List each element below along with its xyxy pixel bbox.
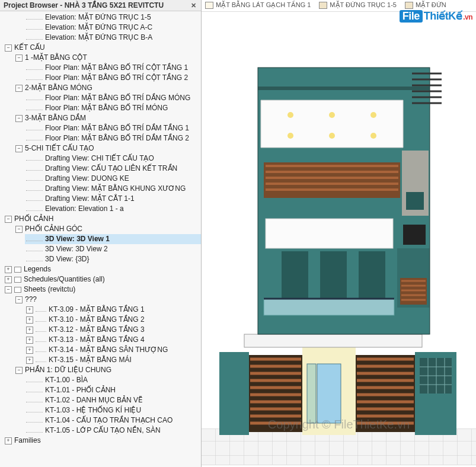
expand-icon[interactable]: + xyxy=(5,266,12,273)
tree-item[interactable]: Drafting View: CHI TIẾT CẤU TẠO xyxy=(25,153,201,164)
expand-icon[interactable]: + xyxy=(26,316,33,324)
tree-item[interactable]: KT-1.02 - DANH MỤC BẢN VẼ xyxy=(25,395,201,405)
view-tab[interactable]: MẶT ĐỨN xyxy=(405,1,446,9)
expand-icon[interactable]: + xyxy=(26,306,33,314)
svg-point-64 xyxy=(370,112,376,118)
tree-group[interactable]: −2-MẶT BẰNG MÓNG xyxy=(14,83,201,93)
tree-item[interactable]: Drafting View: MẶT BẰNG KHUNG XƯƠNG xyxy=(25,184,201,194)
project-browser-title: Project Browser - NHÀ 3 TẦNG 5X21 REVITC… xyxy=(4,1,164,9)
tree-item[interactable]: 3D View: 3D View 2 xyxy=(25,244,201,254)
tree-item[interactable]: KT-1.05 - LỚP CẤU TẠO NỀN, SÀN xyxy=(25,426,201,436)
schedules-icon xyxy=(14,277,21,283)
tree-item[interactable]: Floor Plan: MẶT BẰNG BỐ TRÍ CỘT TẦNG 2 xyxy=(25,73,201,83)
collapse-icon[interactable]: − xyxy=(15,145,23,152)
tree-item[interactable]: KT-1.01 - PHỐI CẢNH xyxy=(25,385,201,395)
tree-item[interactable]: Floor Plan: MẶT BẰNG BỐ TRÍ DẦM TẦNG 1 xyxy=(25,123,201,133)
svg-rect-37 xyxy=(244,334,422,347)
project-browser-panel: Project Browser - NHÀ 3 TẦNG 5X21 REVITC… xyxy=(0,0,202,467)
tree-group-schedules[interactable]: +Schedules/Quantities (all) xyxy=(4,274,201,284)
svg-rect-53 xyxy=(264,162,400,198)
collapse-icon[interactable]: − xyxy=(5,286,12,293)
tree-item[interactable]: +KT-3.09 - MẶT BẰNG TẦNG 1 xyxy=(25,305,201,315)
expand-icon[interactable]: + xyxy=(26,327,33,334)
svg-point-66 xyxy=(329,133,335,139)
svg-rect-41 xyxy=(359,251,385,299)
svg-rect-68 xyxy=(258,68,430,89)
collapse-icon[interactable]: − xyxy=(5,44,12,52)
tree-item[interactable]: +KT-3.13 - MẶT BẰNG TẦNG 4 xyxy=(25,335,201,345)
legends-icon xyxy=(14,267,21,273)
tree-item[interactable]: Elevation: Elevation 1 - a xyxy=(25,204,201,214)
sheet-icon xyxy=(205,2,213,9)
tree-item[interactable]: Elevation: MẶT ĐỨNG TRỤC 1-5 xyxy=(25,12,201,23)
tree-group[interactable]: −??? xyxy=(14,295,201,305)
tree-group[interactable]: −PHỐI CẢNH GÓC xyxy=(14,224,201,234)
tree-group-families[interactable]: +Families xyxy=(4,436,201,446)
tree-item[interactable]: +KT-3.14 - MẶT BẰNG SÂN THƯỢNG xyxy=(25,345,201,355)
tree-item[interactable]: KT-1.00 - BÌA xyxy=(25,375,201,385)
view-tab[interactable]: MẶT BẰNG LÁT GẠCH TẦNG 1 xyxy=(205,1,311,9)
tree-item[interactable]: Floor Plan: MẶT BẰNG BỐ TRÍ CỘT TẦNG 1 xyxy=(25,63,201,73)
tree-item[interactable]: +KT-3.12 - MẶT BẰNG TẦNG 3 xyxy=(25,325,201,335)
tree-item[interactable]: KT-1.03 - HỆ THỐNG KÍ HIỆU xyxy=(25,405,201,415)
project-browser-header: Project Browser - NHÀ 3 TẦNG 5X21 REVITC… xyxy=(0,0,201,11)
tree-item[interactable]: Drafting View: DUONG KE xyxy=(25,174,201,184)
svg-rect-50 xyxy=(264,299,394,315)
collapse-icon[interactable]: − xyxy=(15,226,23,233)
svg-rect-69 xyxy=(258,87,430,90)
tree-group[interactable]: −PHẦN 1: DỮ LIỆU CHUNG xyxy=(14,365,201,375)
expand-icon[interactable]: + xyxy=(26,357,33,364)
svg-rect-35 xyxy=(317,364,341,423)
elevation-icon xyxy=(319,2,327,9)
tree-item[interactable]: Floor Plan: MẶT BẰNG BỐ TRÍ DẦM TẦNG 2 xyxy=(25,133,201,143)
tree-group-ketcau[interactable]: −KẾT CẤU xyxy=(4,43,201,53)
collapse-icon[interactable]: − xyxy=(15,55,23,62)
tree-item[interactable]: Drafting View: MẶT CẮT 1-1 xyxy=(25,194,201,204)
tree-group[interactable]: −5-CHI TIẾT CẤU TẠO xyxy=(14,143,201,153)
tree-item[interactable]: Elevation: MẶT ĐỨNG TRỤC A-C xyxy=(25,23,201,33)
sheets-icon xyxy=(14,287,21,293)
svg-rect-40 xyxy=(320,251,347,299)
tree-group-legends[interactable]: +Legends xyxy=(4,264,201,274)
expand-icon[interactable]: + xyxy=(26,337,33,344)
tree-item[interactable]: +KT-3.15 - MẶT BẰNG MÁI xyxy=(25,355,201,365)
svg-marker-61 xyxy=(261,100,403,148)
svg-rect-60 xyxy=(406,192,424,210)
svg-rect-49 xyxy=(403,225,426,245)
collapse-icon[interactable]: − xyxy=(5,216,12,223)
tree-item-3dview1[interactable]: 3D View: 3D View 1 xyxy=(25,234,201,244)
tree-item[interactable]: Floor Plan: MẶT BẰNG BỐ TRÍ MÓNG xyxy=(25,103,201,113)
house-render xyxy=(202,12,476,467)
tree-item[interactable]: +KT-3.10 - MẶT BẰNG TẦNG 2 xyxy=(25,315,201,325)
svg-rect-39 xyxy=(282,251,308,299)
collapse-icon[interactable]: − xyxy=(15,85,23,92)
expand-icon[interactable]: + xyxy=(5,437,12,444)
collapse-icon[interactable]: − xyxy=(15,367,23,374)
view-tab[interactable]: MẶT ĐỨNG TRỤC 1-5 xyxy=(319,1,397,9)
tree-item[interactable]: KT-1.04 - CẤU TẠO TRẦN THẠCH CAO xyxy=(25,415,201,426)
tree-item[interactable]: Floor Plan: MẶT BẰNG BỐ TRÍ DẦNG MÓNG xyxy=(25,93,201,103)
svg-rect-52 xyxy=(266,219,393,248)
panel-close-button[interactable]: ✕ xyxy=(189,1,197,9)
expand-icon[interactable]: + xyxy=(5,276,12,283)
main-view: MẶT BẰNG LÁT GẠCH TẦNG 1 MẶT ĐỨNG TRỤC 1… xyxy=(202,0,476,467)
svg-rect-36 xyxy=(307,364,316,423)
project-tree[interactable]: Elevation: MẶT ĐỨNG TRỤC 1-5 Elevation: … xyxy=(0,11,201,467)
tree-group[interactable]: −3-MẶT BẰNG DẦM xyxy=(14,113,201,123)
3d-viewport[interactable]: Copyright © FileThietKe.vn xyxy=(202,12,476,467)
tree-item[interactable]: 3D View: {3D} xyxy=(25,254,201,264)
expand-icon[interactable]: + xyxy=(26,347,33,354)
svg-rect-3 xyxy=(219,352,249,435)
svg-point-63 xyxy=(329,112,335,118)
tree-item[interactable]: Drafting View: CẤU TẠO LIÊN KẾT TRẦN xyxy=(25,164,201,174)
collapse-icon[interactable]: − xyxy=(15,115,23,122)
tree-group[interactable]: −1 -MẶT BẰNG CỘT xyxy=(14,53,201,63)
svg-point-62 xyxy=(287,112,293,118)
collapse-icon[interactable]: − xyxy=(15,296,23,303)
tree-group-sheets[interactable]: −Sheets (revitctu) xyxy=(4,284,201,295)
tree-item[interactable]: Elevation: MẶT ĐỨNG TRỤC B-A xyxy=(25,33,201,43)
svg-point-67 xyxy=(370,133,376,139)
tree-group-phoicanh[interactable]: −PHỐI CẢNH xyxy=(4,214,201,224)
elevation-icon xyxy=(405,2,413,9)
svg-point-65 xyxy=(287,133,293,139)
